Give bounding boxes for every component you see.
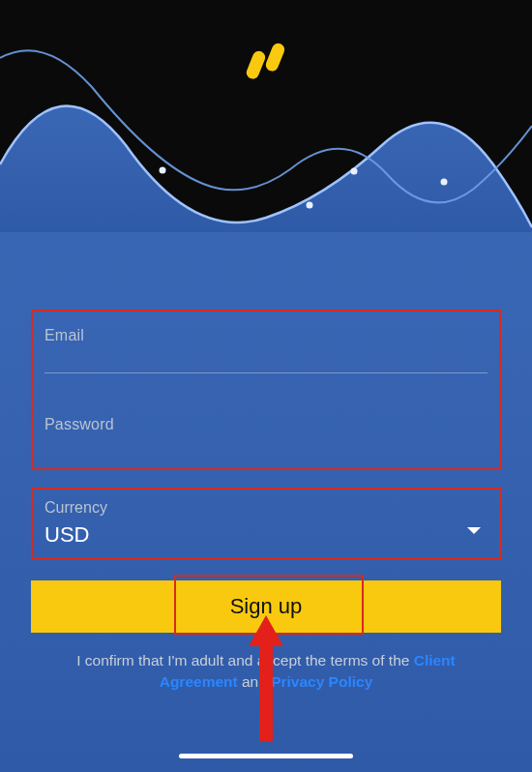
email-input[interactable] [44,350,488,373]
signup-button[interactable]: Sign up [31,580,501,633]
privacy-policy-link[interactable]: Privacy Policy [271,673,372,690]
password-label: Password [44,416,488,433]
svg-point-1 [160,167,166,174]
password-field-row: Password [44,410,488,460]
disclaimer-mid: and [242,673,271,690]
signup-button-wrap: Sign up [31,580,501,633]
svg-rect-5 [245,49,267,81]
credentials-group-highlight: Email Password [31,310,501,470]
disclaimer-text: I confirm that I'm adult and accept the … [31,650,501,692]
chevron-down-icon [466,522,482,540]
password-input[interactable] [44,443,488,453]
currency-label: Currency [44,499,488,517]
brand-logo-icon [244,37,288,87]
home-indicator [179,754,353,758]
svg-point-3 [351,168,358,175]
signup-form: Email Password Currency USD Sign up I co… [31,310,501,692]
currency-value: USD [44,522,488,548]
email-field-row: Email [44,321,488,377]
svg-rect-6 [264,42,286,74]
currency-select-highlight[interactable]: Currency USD [31,488,501,559]
disclaimer-prefix: I confirm that I'm adult and accept the … [76,652,413,668]
email-label: Email [44,327,488,344]
svg-point-4 [441,179,448,186]
svg-point-2 [307,202,313,209]
